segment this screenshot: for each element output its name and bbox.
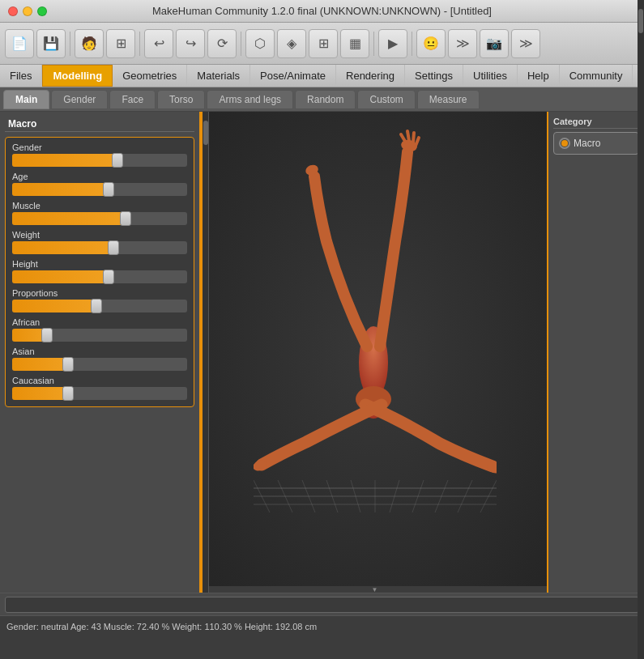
slider-thumb-caucasian[interactable] xyxy=(62,386,74,401)
tab-face[interactable]: Face xyxy=(109,90,156,109)
toolbar-btn-play[interactable]: ▶ xyxy=(378,29,407,58)
toolbar-btn-redo[interactable]: ↪ xyxy=(176,29,205,58)
svg-line-3 xyxy=(416,138,419,146)
slider-label-muscle: Muscle xyxy=(12,201,187,210)
viewport-bottom-arrow: ▼ xyxy=(372,586,378,593)
tab-main[interactable]: Main xyxy=(3,90,49,109)
toolbar-btn-camera[interactable]: 📷 xyxy=(480,29,509,58)
toolbar-btn-undo[interactable]: ↩ xyxy=(144,29,173,58)
menu-community[interactable]: Community xyxy=(560,65,633,87)
left-panel: Macro GenderAgeMuscleWeightHeightProport… xyxy=(0,112,201,593)
left-arm xyxy=(314,176,367,347)
figure-svg xyxy=(254,112,497,581)
slider-track-african[interactable] xyxy=(12,329,187,342)
statusbar: Gender: neutral Age: 43 Muscle: 72.40 % … xyxy=(0,615,644,636)
svg-line-1 xyxy=(407,131,409,141)
traffic-lights xyxy=(8,6,47,16)
viewport[interactable]: ▲ xyxy=(201,112,548,593)
slider-fill-proportions xyxy=(12,300,96,312)
toolbar-btn-wire[interactable]: ⊞ xyxy=(309,29,338,58)
toolbar-btn-file[interactable]: 📄 xyxy=(5,29,34,58)
slider-fill-muscle xyxy=(12,212,126,225)
tab-random[interactable]: Random xyxy=(295,90,356,109)
slider-thumb-asian[interactable] xyxy=(62,357,74,372)
slider-thumb-weight[interactable] xyxy=(108,240,119,255)
menu-materials[interactable]: Materials xyxy=(187,65,250,87)
close-button[interactable] xyxy=(8,6,18,16)
tab-gender[interactable]: Gender xyxy=(51,90,108,109)
toolbar-btn-mesh[interactable]: ◈ xyxy=(277,29,306,58)
menu-geometries[interactable]: Geometries xyxy=(113,65,187,87)
viewport-scroll-left[interactable] xyxy=(203,112,209,593)
category-option-macro[interactable]: Macro xyxy=(559,136,633,151)
toolbar-separator-2 xyxy=(139,32,140,56)
slider-thumb-gender[interactable] xyxy=(112,153,123,168)
menu-pose-animate[interactable]: Pose/Animate xyxy=(250,65,336,87)
slider-track-gender[interactable] xyxy=(12,154,187,167)
menu-settings[interactable]: Settings xyxy=(405,65,463,87)
toolbar-btn-skin[interactable]: 🧑 xyxy=(75,29,104,58)
toolbar-separator-3 xyxy=(241,32,241,56)
tab-torso[interactable]: Torso xyxy=(157,90,205,109)
slider-track-caucasian[interactable] xyxy=(12,387,187,400)
toolbar-btn-grid[interactable]: ⊞ xyxy=(106,29,135,58)
tab-measure[interactable]: Measure xyxy=(417,90,480,109)
menu-files[interactable]: Files xyxy=(0,65,42,87)
slider-track-height[interactable] xyxy=(12,270,187,283)
panel-title: Macro xyxy=(5,117,194,132)
toolbar-btn-checker[interactable]: ▦ xyxy=(340,29,369,58)
bottom-bar-input[interactable] xyxy=(5,597,639,613)
menu-modelling[interactable]: Modelling xyxy=(42,65,113,87)
category-box: Macro xyxy=(553,132,639,155)
slider-thumb-age[interactable] xyxy=(103,182,114,197)
toolbar-btn-face[interactable]: 😐 xyxy=(416,29,446,58)
slider-label-age: Age xyxy=(12,172,187,181)
slider-track-weight[interactable] xyxy=(12,241,187,254)
slider-thumb-muscle[interactable] xyxy=(120,211,131,226)
svg-line-2 xyxy=(413,133,414,142)
radio-macro-inner xyxy=(561,140,568,147)
slider-label-caucasian: Caucasian xyxy=(12,376,187,385)
maximize-button[interactable] xyxy=(37,6,47,16)
figure-canvas xyxy=(203,112,547,593)
toolbar-btn-more[interactable]: ≫ xyxy=(448,29,477,58)
bottom-toolbar xyxy=(0,593,644,615)
slider-track-age[interactable] xyxy=(12,183,187,196)
category-title: Category xyxy=(553,117,639,129)
tab-custom[interactable]: Custom xyxy=(357,90,415,109)
slider-track-muscle[interactable] xyxy=(12,212,187,225)
right-scroll-thumb[interactable] xyxy=(638,9,643,33)
slider-label-weight: Weight xyxy=(12,230,187,240)
slider-thumb-african[interactable] xyxy=(41,328,53,342)
right-leg xyxy=(262,405,382,465)
menu-help[interactable]: Help xyxy=(518,65,560,87)
menu-rendering[interactable]: Rendering xyxy=(336,65,405,87)
right-scroll-rail[interactable] xyxy=(638,0,644,659)
toolbar: 📄 💾 🧑 ⊞ ↩ ↪ ⟳ ⬡ ◈ ⊞ ▦ ▶ 😐 ≫ 📷 ≫ xyxy=(0,23,644,65)
tab-arms-legs[interactable]: Arms and legs xyxy=(207,90,293,109)
toolbar-separator-4 xyxy=(373,32,374,56)
right-arm xyxy=(380,152,407,347)
status-text: Gender: neutral Age: 43 Muscle: 72.40 % … xyxy=(6,622,317,631)
scroll-thumb-left[interactable] xyxy=(203,121,208,145)
slider-track-asian[interactable] xyxy=(12,358,187,371)
slider-fill-caucasian xyxy=(12,387,68,400)
slider-thumb-height[interactable] xyxy=(103,270,114,284)
tabbar: Main Gender Face Torso Arms and legs Ran… xyxy=(0,87,644,112)
slider-track-proportions[interactable] xyxy=(12,300,187,312)
menu-utilities[interactable]: Utilities xyxy=(463,65,518,87)
toolbar-btn-save[interactable]: 💾 xyxy=(36,29,66,58)
svg-line-0 xyxy=(401,134,406,142)
slider-thumb-proportions[interactable] xyxy=(91,299,102,313)
toolbar-btn-refresh[interactable]: ⟳ xyxy=(207,29,237,58)
minimize-button[interactable] xyxy=(23,6,32,16)
slider-fill-gender xyxy=(12,154,117,167)
slider-label-proportions: Proportions xyxy=(12,288,187,298)
toolbar-btn-extra[interactable]: ≫ xyxy=(511,29,540,58)
slider-fill-height xyxy=(12,270,109,283)
macro-group: GenderAgeMuscleWeightHeightProportionsAf… xyxy=(5,137,194,407)
category-macro-label: Macro xyxy=(574,138,600,149)
toolbar-separator-1 xyxy=(70,32,70,56)
toolbar-btn-hex[interactable]: ⬡ xyxy=(245,29,275,58)
radio-macro[interactable] xyxy=(559,138,570,149)
